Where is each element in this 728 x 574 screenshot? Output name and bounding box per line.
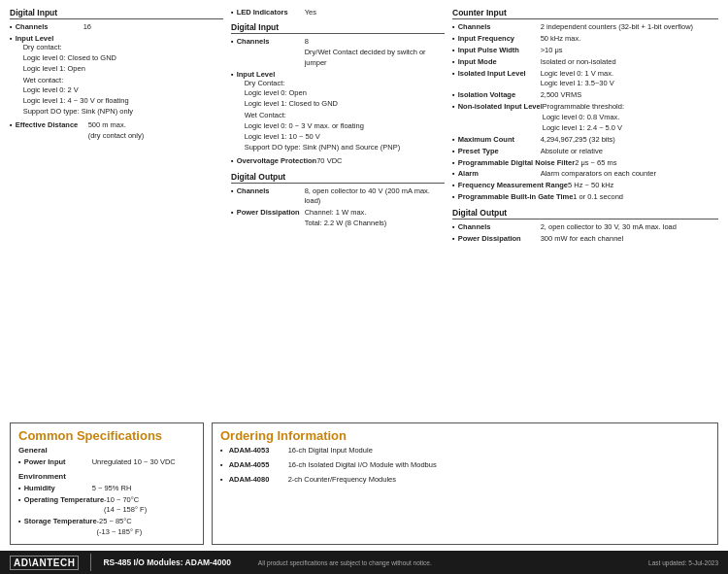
bottom-row: Common Specifications General ▪ Power In… [0,417,728,551]
brand-adv: AD\ANTECH [10,556,79,570]
col2-di-title: Digital Input [231,22,445,34]
column-2: ▪ LED Indicators Yes Digital Input ▪ Cha… [231,8,445,413]
ci-max-count-value: 4,294,967,295 (32 bits) [541,135,615,146]
order-model-1: ADAM-4055 [229,460,285,469]
ci-isolated: ▪ Isolated Input Level Logic level 0: 1 … [452,69,718,90]
ci-isolated-label: Isolated Input Level [458,69,541,78]
col3-do-power-value: 300 mW for each channel [541,234,623,245]
col3-do-power-label: Power Dissipation [458,234,541,243]
eff-dist-value: 500 m max. (dry contact only) [88,120,145,142]
channels-value: 16 [83,22,91,33]
brand-logo: AD\ANTECH [10,556,79,570]
common-specs-box: Common Specifications General ▪ Power In… [10,422,204,545]
bullet: ▪ [452,147,455,155]
ci-preset-label: Preset Type [458,147,541,155]
ci-freq-range-value: 5 Hz ~ 50 kHz [568,181,613,191]
col1-eff-dist: ▪ Effective Distance 500 m max. (dry con… [10,120,223,142]
led-label: LED Indicators [237,8,305,17]
ci-freq-value: 50 kHz max. [541,34,581,45]
bullet: ▪ [452,90,455,99]
bullet: ▪ [10,22,13,31]
order-desc-2: 2-ch Counter/Frequency Modules [288,475,396,486]
ci-ch-value: 2 independent counters (32-bit + 1-bit o… [541,22,693,33]
bullet: ▪ [231,8,234,17]
storage-temp-row: ▪ Storage Temperature -25 ~ 85°C (-13 ~ … [18,517,195,538]
wet-logic1: Logic level 1: 4 ~ 30 V or floating [23,96,129,105]
col1-specs: ▪ Channels 16 ▪ Input Level Dry contact:… [10,22,223,142]
ordering-title: Ordering Information [220,428,710,443]
dry-contact-row: Dry contact: Logic level 0: Closed to GN… [16,43,133,75]
ci-alarm: ▪ Alarm Alarm comparators on each counte… [452,169,718,180]
op-temp-value: -10 ~ 70°C (14 ~ 158° F) [104,495,147,517]
bullet: ▪ [18,517,21,525]
ordering-box: Ordering Information ▪ ADAM-4053 16-ch D… [212,422,718,545]
power-input-row: ▪ Power Input Unregulated 10 ~ 30 VDC [18,457,195,468]
col2-di-specs: ▪ Channels 8 Dry/Wet Contact decided by … [231,37,445,167]
footer: AD\ANTECH RS-485 I/O Modules: ADAM-4000 … [0,551,728,574]
di-dry-row: Dry Contact: Logic level 0: Open Logic l… [237,79,400,111]
col2-overvoltage: ▪ Overvoltage Protection 70 VDC [231,156,445,167]
storage-temp-value: -25 ~ 85°C (-13 ~ 185° F) [97,517,143,538]
di-dry-label: Dry Contact: [245,79,285,87]
channels-label: Channels [16,22,83,31]
bullet: ▪ [231,70,234,79]
ci-gate-label: Programmable Built-in Gate Time [458,192,574,201]
col2-do-channels: ▪ Channels 8, open collector to 40 V (20… [231,186,445,208]
wet-contact-row: Wet contact: Logic level 0: 2 V Logic le… [16,76,133,118]
bullet: ▪ [231,156,234,165]
dry-logic0: Logic level 0: Closed to GND [23,53,116,62]
col2-do-specs: ▪ Channels 8, open collector to 40 V (20… [231,186,445,230]
ci-noise-value: 2 μs ~ 65 ms [575,158,616,169]
dry-contact-label: Dry contact: [23,43,62,51]
col2-do-title: Digital Output [231,172,445,184]
footer-note: All product specifications are subject t… [258,559,432,566]
ci-channels: ▪ Channels 2 independent counters (32-bi… [452,22,718,33]
dry-logic1: Logic level 1: Open [23,64,85,73]
ci-mode-value: Isolated or non-isolated [541,57,616,68]
column-3: Counter Input ▪ Channels 2 independent c… [452,8,718,413]
order-desc-1: 16-ch Isolated Digital I/O Module with M… [288,460,437,471]
led-value: Yes [305,8,316,18]
ci-alarm-label: Alarm [458,169,541,178]
wet-logic2: Support DO type: Sink (NPN) only [23,107,133,116]
ci-max-count: ▪ Maximum Count 4,294,967,295 (32 bits) [452,135,718,146]
bullet: ▪ [231,208,234,217]
bullet: ▪ [452,222,455,231]
ci-non-iso-label: Non-isolated Input Level [458,102,543,111]
di-ch-label: Channels [237,37,305,46]
di-ch-value: 8 Dry/Wet Contact decided by switch or j… [305,37,445,69]
bullet: ▪ [452,234,455,243]
order-item-2: ▪ ADAM-4080 2-ch Counter/Frequency Modul… [220,475,710,486]
col3-do-ch-value: 2, open collector to 30 V, 30 mA max. lo… [541,222,677,233]
bullet: ▪ [452,69,455,78]
bullet: ▪ [220,460,223,469]
op-temp-label: Operating Temperature [24,495,104,504]
di-level-label: Input Level [237,70,276,79]
di-wet-label: Wet Contact: [245,111,286,119]
ci-non-iso-value: Programmable threshold: Logic level 0: 0… [543,102,624,134]
ci-freq: ▪ Input Frequency 50 kHz max. [452,34,718,45]
ci-preset: ▪ Preset Type Absolute or relative [452,147,718,157]
wet-logic0: Logic level 0: 2 V [23,85,79,94]
wet-contact-label: Wet contact: [23,76,64,84]
ci-gate: ▪ Programmable Built-in Gate Time 1 or 0… [452,192,718,203]
ci-freq-label: Input Frequency [458,34,541,43]
bullet: ▪ [452,169,455,178]
col3-do-title: Digital Output [452,208,718,219]
ci-ch-label: Channels [458,22,541,31]
bullet: ▪ [18,495,21,504]
bullet: ▪ [18,457,21,466]
ci-preset-value: Absolute or relative [541,147,603,157]
bullet: ▪ [452,22,455,31]
page: Digital Input ▪ Channels 16 ▪ Input Leve… [0,0,728,574]
bullet: ▪ [452,57,455,66]
ci-freq-range-label: Frequency Measurement Range [458,181,568,189]
di-dry-v0: Logic level 0: Open [245,88,307,97]
ci-max-count-label: Maximum Count [458,135,541,144]
humidity-value: 5 ~ 95% RH [92,484,132,494]
col2-di-channels: ▪ Channels 8 Dry/Wet Contact decided by … [231,37,445,69]
col3-do-specs: ▪ Channels 2, open collector to 30 V, 30… [452,222,718,245]
bullet: ▪ [452,158,455,167]
main-content: Digital Input ▪ Channels 16 ▪ Input Leve… [0,0,728,417]
col1-input-level: ▪ Input Level Dry contact: Logic level 0… [10,34,223,118]
